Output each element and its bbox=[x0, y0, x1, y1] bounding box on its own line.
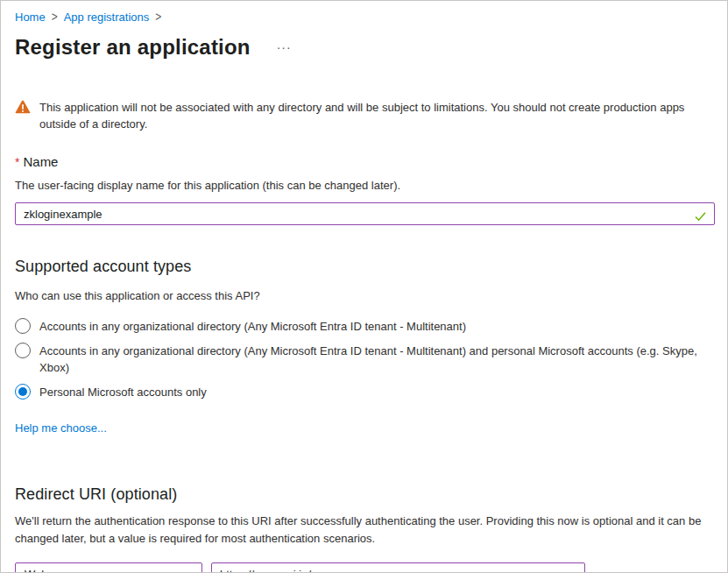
redirect-uri-heading: Redirect URI (optional) bbox=[15, 485, 713, 504]
warning-triangle-icon bbox=[15, 100, 31, 117]
chevron-down-icon bbox=[182, 568, 193, 573]
radio-option-personal-only[interactable]: Personal Microsoft accounts only bbox=[15, 384, 713, 400]
title-row: Register an application ··· bbox=[15, 34, 713, 60]
breadcrumb-home[interactable]: Home bbox=[15, 11, 46, 24]
name-label-text: Name bbox=[23, 154, 58, 169]
breadcrumb-app-registrations[interactable]: App registrations bbox=[64, 11, 150, 24]
warning-text: This application will not be associated … bbox=[39, 99, 712, 132]
page-title: Register an application bbox=[15, 35, 251, 60]
radio-option-label: Accounts in any organizational directory… bbox=[39, 318, 466, 335]
help-me-choose-link[interactable]: Help me choose... bbox=[15, 421, 107, 435]
radio-option-multitenant-personal[interactable]: Accounts in any organizational directory… bbox=[15, 343, 713, 376]
name-label: *Name bbox=[15, 154, 713, 169]
breadcrumb-separator-icon: > bbox=[52, 10, 58, 24]
redirect-uri-input-wrap bbox=[211, 562, 585, 573]
platform-select[interactable]: Web bbox=[15, 562, 202, 573]
radio-option-label: Accounts in any organizational directory… bbox=[39, 343, 713, 376]
supported-account-types-heading: Supported account types bbox=[15, 258, 713, 276]
radio-option-label: Personal Microsoft accounts only bbox=[39, 384, 207, 400]
warning-banner: This application will not be associated … bbox=[15, 99, 713, 132]
radio-unselected-icon[interactable] bbox=[15, 343, 31, 358]
ellipsis-menu-icon[interactable]: ··· bbox=[273, 39, 295, 55]
name-description: The user-facing display name for this ap… bbox=[15, 179, 713, 192]
name-input-wrap bbox=[15, 202, 715, 225]
name-input[interactable] bbox=[16, 203, 714, 224]
required-asterisk: * bbox=[15, 155, 19, 169]
redirect-uri-row: Web bbox=[15, 562, 713, 573]
redirect-uri-input[interactable] bbox=[212, 563, 584, 573]
radio-option-multitenant[interactable]: Accounts in any organizational directory… bbox=[15, 318, 713, 335]
radio-unselected-icon[interactable] bbox=[15, 318, 31, 334]
redirect-uri-description: We'll return the authentication response… bbox=[15, 513, 713, 548]
breadcrumb-separator-icon: > bbox=[155, 10, 161, 24]
account-type-radio-group: Accounts in any organizational directory… bbox=[15, 318, 713, 400]
radio-selected-icon[interactable] bbox=[15, 384, 31, 400]
account-types-question: Who can use this application or access t… bbox=[15, 287, 713, 305]
breadcrumb: Home > App registrations > bbox=[15, 1, 713, 25]
register-application-page: Home > App registrations > Register an a… bbox=[0, 0, 728, 573]
platform-select-value: Web bbox=[25, 568, 48, 573]
